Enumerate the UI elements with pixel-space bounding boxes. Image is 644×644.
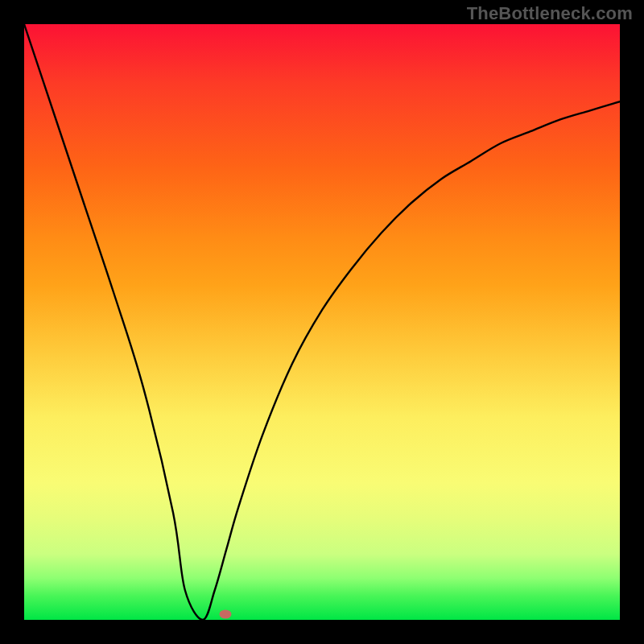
watermark-text: TheBottleneck.com: [467, 3, 633, 24]
chart-container: TheBottleneck.com: [0, 0, 644, 644]
bottleneck-curve-path: [24, 24, 620, 620]
bottleneck-curve: [24, 24, 620, 620]
optimal-point-marker: [220, 610, 232, 619]
plot-area: [24, 24, 620, 620]
